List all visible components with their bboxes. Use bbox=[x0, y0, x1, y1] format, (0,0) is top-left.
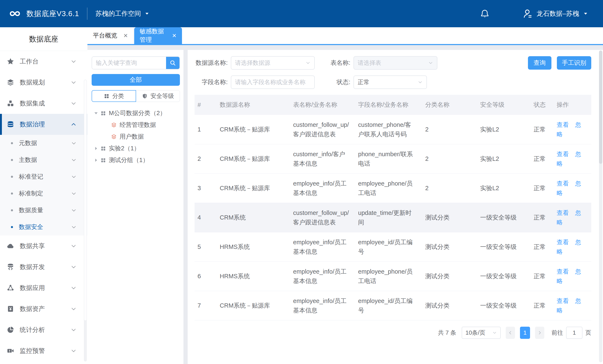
view-link[interactable]: 查看 bbox=[557, 239, 569, 246]
tab-0[interactable]: 平台概览✕ bbox=[87, 27, 134, 44]
goto-label: 前往 bbox=[551, 329, 563, 337]
cell-table: customer_follow_up/客户跟进信息表 bbox=[289, 203, 354, 232]
main-scrollbar-thumb[interactable] bbox=[599, 50, 602, 164]
sidebar-subitem-3-3[interactable]: 标准制定 bbox=[0, 185, 87, 202]
all-button[interactable]: 全部 bbox=[92, 74, 180, 86]
table-name-select: 请选择表 bbox=[353, 56, 437, 70]
app-title: 数据底座V3.6.1 bbox=[26, 9, 79, 19]
sidebar-submenu: 元数据主数据标准登记标准制定数据质量数据安全 bbox=[0, 135, 87, 235]
sidebar-item-3[interactable]: 数据治理 bbox=[0, 114, 87, 135]
cell-field: phone_number/联系电话 bbox=[354, 144, 421, 174]
field-name-input[interactable] bbox=[231, 75, 315, 89]
tree-node-1[interactable]: 实验2（1） bbox=[92, 142, 180, 154]
keyword-search-input[interactable] bbox=[92, 57, 166, 69]
monitor-icon bbox=[7, 347, 14, 354]
current-page-button[interactable]: 1 bbox=[520, 327, 530, 339]
caret-right-icon[interactable] bbox=[93, 146, 99, 151]
sidebar-item-label: 数据治理 bbox=[20, 120, 45, 129]
sidebar-item-0[interactable]: 工作台 bbox=[0, 51, 87, 72]
sidebar-item-7[interactable]: 数据资产 bbox=[0, 298, 87, 319]
notification-bell-icon[interactable] bbox=[480, 9, 489, 18]
sidebar-item-1[interactable]: 数据规划 bbox=[0, 72, 87, 93]
cell-table: customer_follow_up/客户跟进信息表 bbox=[289, 115, 354, 144]
sidebar-subitem-3-4[interactable]: 数据质量 bbox=[0, 202, 87, 219]
cell-index: 5 bbox=[195, 232, 216, 262]
main-scrollbar-track bbox=[599, 50, 602, 362]
sidebar-item-8[interactable]: 统计分析 bbox=[0, 319, 87, 340]
toggle-security-level-button[interactable]: 安全等级 bbox=[136, 90, 180, 102]
datasource-select[interactable]: 请选择数据源 bbox=[231, 56, 315, 70]
total-count: 共 7 条 bbox=[438, 329, 456, 337]
chevron-down-icon bbox=[71, 208, 77, 213]
sidebar-item-label: 数据开发 bbox=[20, 263, 45, 271]
cell-index: 3 bbox=[195, 174, 216, 203]
cell-actions: 查看忽略 bbox=[553, 291, 591, 320]
search-icon bbox=[169, 59, 176, 66]
cell-level: 一级安全等级 bbox=[476, 291, 529, 320]
search-button[interactable] bbox=[166, 57, 179, 69]
pagination: 共 7 条 10条/页 1 bbox=[195, 327, 591, 339]
page-size-select[interactable]: 10条/页 bbox=[462, 327, 501, 339]
sidebar-item-label: 数据共享 bbox=[20, 242, 45, 250]
chevron-down-icon bbox=[71, 80, 77, 85]
status-label: 状态: bbox=[323, 78, 350, 86]
tree-leaf-0-1[interactable]: 用户数据 bbox=[92, 131, 180, 142]
manual-identify-button[interactable]: 手工识别 bbox=[557, 56, 591, 70]
chevron-right-icon bbox=[537, 330, 542, 335]
cell-status: 正常 bbox=[529, 144, 553, 174]
view-link[interactable]: 查看 bbox=[557, 121, 569, 128]
status-select[interactable]: 正常 bbox=[353, 75, 427, 89]
tree-leaf-0-0[interactable]: 经营管理数据 bbox=[92, 119, 180, 131]
sidebar-item-5[interactable]: 数据开发 bbox=[0, 257, 87, 277]
tab-1[interactable]: 敏感数据管理✕ bbox=[134, 27, 182, 44]
sidebar-subitem-3-2[interactable]: 标准登记 bbox=[0, 168, 87, 185]
cell-index: 1 bbox=[195, 115, 216, 144]
sidebar-item-9[interactable]: 监控预警 bbox=[0, 340, 87, 361]
view-link[interactable]: 查看 bbox=[557, 180, 569, 187]
cell-actions: 查看忽略 bbox=[553, 174, 591, 203]
cell-category: 测试分类 bbox=[421, 232, 476, 262]
view-link[interactable]: 查看 bbox=[557, 151, 569, 157]
sidebar-scrollbar-track bbox=[84, 80, 87, 362]
sidebar-scrollbar-thumb[interactable] bbox=[84, 80, 87, 321]
close-icon[interactable]: ✕ bbox=[123, 33, 128, 39]
cell-level: 一级安全等级 bbox=[476, 262, 529, 291]
cell-status: 正常 bbox=[529, 291, 553, 320]
cell-actions: 查看忽略 bbox=[553, 144, 591, 174]
view-link[interactable]: 查看 bbox=[557, 297, 569, 304]
sidebar-item-4[interactable]: 数据共享 bbox=[0, 235, 87, 257]
chevron-down-icon bbox=[71, 224, 77, 230]
main-panel: 数据源名称: 请选择数据源 表名称: 请选择表 bbox=[188, 50, 603, 364]
sidebar-subitem-3-1[interactable]: 主数据 bbox=[0, 152, 87, 168]
chevron-down-icon bbox=[71, 243, 77, 249]
goto-page-input[interactable] bbox=[566, 327, 582, 339]
close-icon[interactable]: ✕ bbox=[172, 33, 176, 39]
user-menu[interactable]: 龙石数据–苏槐 bbox=[523, 9, 588, 19]
table-row: 2CRM系统－贴源库customer_info/客户基本信息phone_numb… bbox=[195, 144, 591, 174]
cell-source: HRMS系统 bbox=[216, 262, 289, 291]
prev-page-button[interactable] bbox=[506, 327, 515, 339]
chevron-down-icon bbox=[492, 330, 497, 335]
workspace-label: 苏槐的工作空间 bbox=[95, 9, 141, 18]
cell-source: CRM系统－贴源库 bbox=[216, 291, 289, 320]
chevron-down-icon bbox=[71, 327, 77, 333]
caret-right-icon[interactable] bbox=[93, 157, 99, 163]
query-button[interactable]: 查询 bbox=[528, 56, 551, 70]
view-link[interactable]: 查看 bbox=[557, 210, 569, 216]
toggle-category-button[interactable]: 分类 bbox=[92, 90, 136, 102]
view-link[interactable]: 查看 bbox=[557, 268, 569, 275]
sidebar-subitem-3-0[interactable]: 元数据 bbox=[0, 135, 87, 152]
sidebar-item-2[interactable]: 数据集成 bbox=[0, 93, 87, 114]
cell-category: 2 bbox=[421, 144, 476, 174]
column-header-6: 状态 bbox=[529, 95, 553, 115]
cell-category: 2 bbox=[421, 115, 476, 144]
next-page-button[interactable] bbox=[535, 327, 544, 339]
tree-node-2[interactable]: 测试分组（1） bbox=[92, 154, 180, 166]
sidebar-item-label: 数据规划 bbox=[20, 78, 45, 87]
caret-down-icon[interactable] bbox=[93, 110, 99, 116]
cell-status: 正常 bbox=[529, 262, 553, 291]
sidebar-item-6[interactable]: 数据应用 bbox=[0, 277, 87, 298]
tree-node-0[interactable]: M公司数据分类（2） bbox=[92, 107, 180, 119]
sidebar-subitem-3-5[interactable]: 数据安全 bbox=[0, 219, 87, 235]
workspace-selector[interactable]: 苏槐的工作空间 bbox=[95, 9, 149, 18]
